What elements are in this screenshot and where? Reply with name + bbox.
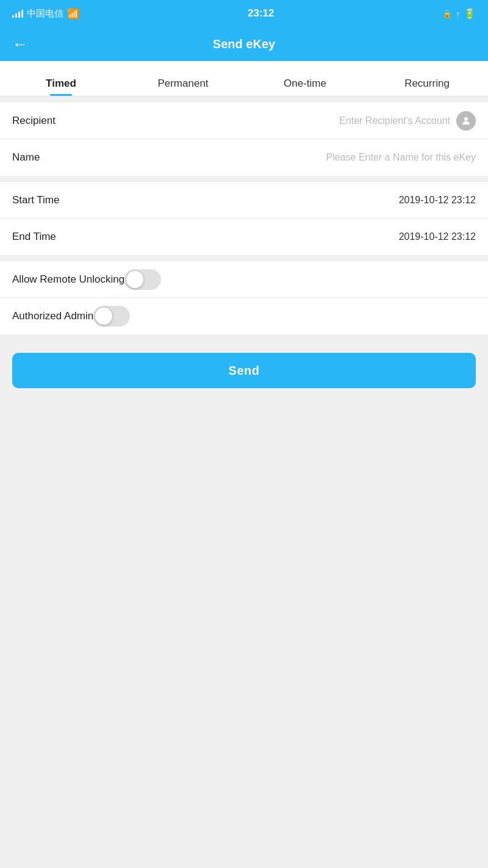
- nav-bar: ← Send eKey: [0, 27, 488, 61]
- authorized-admin-label: Authorized Admin: [12, 310, 93, 322]
- wifi-icon: 📶: [67, 8, 79, 20]
- toggle-thumb: [95, 308, 112, 325]
- battery-icon: 🔋: [464, 8, 476, 20]
- recipient-input[interactable]: [92, 115, 450, 126]
- send-section: Send: [0, 335, 488, 400]
- time-section: Start Time 2019-10-12 23:12 End Time 201…: [0, 182, 488, 255]
- end-time-label: End Time: [12, 231, 92, 243]
- allow-remote-label: Allow Remote Unlocking: [12, 273, 124, 286]
- status-bar-right: 🔒 ↑ 🔋: [442, 8, 476, 20]
- signal-bars-icon: [12, 9, 23, 18]
- location-icon: ↑: [456, 9, 460, 18]
- start-time-row[interactable]: Start Time 2019-10-12 23:12: [0, 182, 488, 219]
- tab-indicator: [50, 94, 72, 96]
- end-time-row[interactable]: End Time 2019-10-12 23:12: [0, 219, 488, 255]
- name-input[interactable]: [92, 152, 476, 163]
- bottom-area: [0, 400, 488, 645]
- status-bar: 中国电信 📶 23:12 🔒 ↑ 🔋: [0, 0, 488, 27]
- authorized-admin-toggle[interactable]: [93, 306, 130, 327]
- allow-remote-toggle[interactable]: [124, 269, 161, 290]
- name-row: Name: [0, 139, 488, 176]
- recipient-contact-icon[interactable]: [456, 111, 476, 131]
- status-bar-left: 中国电信 📶: [12, 8, 79, 20]
- allow-remote-row: Allow Remote Unlocking: [0, 261, 488, 298]
- page-title: Send eKey: [213, 37, 275, 51]
- end-time-value: 2019-10-12 23:12: [92, 231, 476, 242]
- authorized-admin-row: Authorized Admin: [0, 298, 488, 335]
- back-button[interactable]: ←: [12, 36, 28, 52]
- lock-icon: 🔒: [442, 9, 452, 18]
- toggle-thumb: [126, 271, 143, 288]
- toggles-section: Allow Remote Unlocking Authorized Admin: [0, 261, 488, 335]
- send-button[interactable]: Send: [12, 353, 476, 388]
- tab-timed[interactable]: Timed: [0, 61, 122, 96]
- toggle-track: [124, 269, 161, 290]
- tab-recurring[interactable]: Recurring: [366, 61, 488, 96]
- status-bar-time: 23:12: [248, 7, 274, 20]
- svg-point-0: [464, 117, 468, 121]
- tabs-container: Timed Permanent One-time Recurring: [0, 61, 488, 96]
- recipient-section: Recipient Name: [0, 103, 488, 176]
- start-time-value: 2019-10-12 23:12: [92, 195, 476, 206]
- carrier-label: 中国电信: [27, 8, 63, 20]
- tab-permanent[interactable]: Permanent: [122, 61, 244, 96]
- recipient-row: Recipient: [0, 103, 488, 139]
- recipient-label: Recipient: [12, 115, 92, 127]
- toggle-track: [93, 306, 130, 327]
- name-label: Name: [12, 151, 92, 164]
- start-time-label: Start Time: [12, 194, 92, 206]
- tab-onetime[interactable]: One-time: [244, 61, 366, 96]
